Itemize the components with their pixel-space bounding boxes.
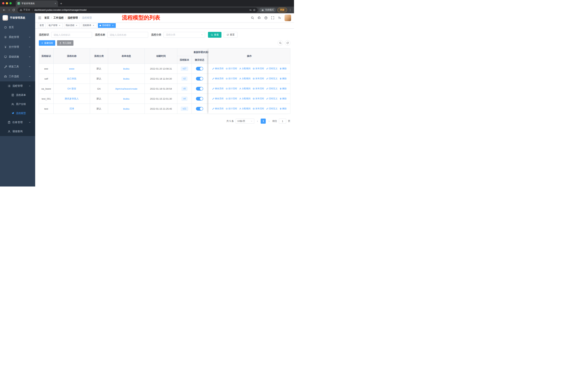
action-assign-link[interactable]: 分配规则 xyxy=(239,97,251,100)
reset-button[interactable]: 重置 xyxy=(224,32,238,38)
breadcrumb-item[interactable]: 流程管理 xyxy=(68,16,78,20)
forward-button[interactable] xyxy=(7,8,11,12)
fullscreen-icon[interactable] xyxy=(271,16,274,20)
category-select[interactable]: 流程分类 xyxy=(164,32,205,38)
update-button[interactable]: 更新 xyxy=(277,8,287,12)
sidebar-item-dev-tools[interactable]: 研发工具 xyxy=(0,62,35,71)
action-deploy-link[interactable]: 发布流程 xyxy=(253,77,264,80)
next-page-button[interactable]: › xyxy=(268,119,271,124)
font-size-icon[interactable] xyxy=(278,16,281,20)
sidebar-item-process-form[interactable]: 流程表单 xyxy=(0,91,35,100)
sidebar-item-process-manage[interactable]: 流程管理 xyxy=(0,81,35,91)
user-avatar[interactable] xyxy=(284,15,291,21)
maximize-window-button[interactable] xyxy=(10,2,12,4)
tab-process-form[interactable]: 流程表单× xyxy=(81,23,96,28)
bookmark-star-icon[interactable] xyxy=(253,9,256,11)
reload-button[interactable] xyxy=(11,8,16,12)
sidebar-item-leave-query[interactable]: 请假查询 xyxy=(0,127,35,136)
active-toggle[interactable] xyxy=(196,107,203,111)
tab-close-icon[interactable]: × xyxy=(92,24,95,27)
new-tab-button[interactable]: + xyxy=(60,2,62,5)
action-modify-link[interactable]: 修改流程 xyxy=(212,67,224,70)
tab-process-model[interactable]: 流程模型× xyxy=(98,23,116,28)
active-toggle[interactable] xyxy=(196,97,203,101)
action-delete-link[interactable]: 删除 xyxy=(280,67,287,70)
action-definition-link[interactable]: 流程定义 xyxy=(266,107,278,110)
process-name-input[interactable] xyxy=(107,32,148,38)
process-name-link[interactable]: OA 请假 xyxy=(67,87,76,90)
action-design-link[interactable]: 设计流程 xyxy=(226,107,237,110)
tab-close-icon[interactable]: × xyxy=(75,24,78,27)
sidebar-item-infrastructure[interactable]: 基础设施 xyxy=(0,52,35,62)
process-name-link[interactable]: 自己审批 xyxy=(67,77,77,80)
sidebar-item-system-manage[interactable]: 系统管理 xyxy=(0,32,35,42)
tab-close-icon[interactable]: × xyxy=(58,24,61,27)
active-toggle[interactable] xyxy=(196,87,203,91)
action-delete-link[interactable]: 删除 xyxy=(280,97,287,100)
action-definition-link[interactable]: 流程定义 xyxy=(266,77,278,80)
sidebar-toggle-button[interactable] xyxy=(35,13,44,22)
tab-close-icon[interactable]: × xyxy=(55,2,56,5)
prev-page-button[interactable]: ‹ xyxy=(256,119,259,124)
sidebar-item-user-group[interactable]: 用户分组 xyxy=(0,100,35,109)
search-button[interactable]: 搜索 xyxy=(208,32,221,38)
action-modify-link[interactable]: 修改流程 xyxy=(212,97,224,100)
import-process-button[interactable]: 导入流程 xyxy=(57,40,74,46)
tab-home[interactable]: 首页 xyxy=(38,23,46,28)
action-design-link[interactable]: 设计流程 xyxy=(226,77,237,80)
close-window-button[interactable] xyxy=(2,2,4,4)
action-delete-link[interactable]: 删除 xyxy=(280,107,287,110)
form-info-link[interactable]: biubiu xyxy=(123,67,130,70)
page-size-select[interactable]: 10条/页 xyxy=(236,119,254,124)
browser-tab[interactable]: 芋道管理系统 × xyxy=(16,0,58,7)
form-info-link[interactable]: biubiu xyxy=(123,97,130,100)
action-delete-link[interactable]: 删除 xyxy=(280,77,287,80)
sidebar-item-task-manage[interactable]: 任务管理 xyxy=(0,118,35,127)
help-icon[interactable] xyxy=(264,16,268,20)
github-icon[interactable] xyxy=(258,16,261,20)
refresh-table-button[interactable] xyxy=(285,40,290,46)
action-deploy-link[interactable]: 发布流程 xyxy=(253,67,264,70)
action-assign-link[interactable]: 分配规则 xyxy=(239,107,251,110)
action-assign-link[interactable]: 分配规则 xyxy=(239,87,251,90)
active-toggle[interactable] xyxy=(196,77,203,81)
form-info-link[interactable]: biubiu xyxy=(123,77,130,80)
page-number-button[interactable]: 1 xyxy=(261,119,266,124)
action-modify-link[interactable]: 修改流程 xyxy=(212,87,224,90)
sidebar-item-home[interactable]: 首页 xyxy=(0,22,35,32)
tab-close-icon[interactable]: × xyxy=(112,24,114,27)
process-name-link[interactable]: eeee xyxy=(69,67,74,70)
action-deploy-link[interactable]: 发布流程 xyxy=(253,107,264,110)
action-design-link[interactable]: 设计流程 xyxy=(226,87,237,90)
password-key-icon[interactable] xyxy=(249,9,252,11)
action-design-link[interactable]: 设计流程 xyxy=(226,67,237,70)
active-toggle[interactable] xyxy=(196,67,203,71)
address-bar[interactable]: 不安全 dashboard.yudao.iocoder.cn/bpm/manag… xyxy=(18,8,258,13)
back-button[interactable] xyxy=(2,8,7,12)
action-deploy-link[interactable]: 发布流程 xyxy=(253,87,264,90)
tab-tenant-manage[interactable]: 租户管理× xyxy=(47,23,63,28)
process-key-input[interactable] xyxy=(51,32,92,38)
sidebar-item-workflow[interactable]: 工作流程 xyxy=(0,71,35,81)
search-icon[interactable] xyxy=(251,16,254,20)
sidebar-item-payment-manage[interactable]: 支付管理 xyxy=(0,42,35,52)
action-deploy-link[interactable]: 发布流程 xyxy=(253,97,264,100)
action-definition-link[interactable]: 流程定义 xyxy=(266,87,278,90)
goto-page-input[interactable] xyxy=(279,119,286,124)
breadcrumb-item[interactable]: 工作流程 xyxy=(53,16,64,20)
tab-my-process[interactable]: 我的流程× xyxy=(64,23,79,28)
minimize-window-button[interactable] xyxy=(6,2,8,4)
browser-menu-button[interactable] xyxy=(288,8,292,12)
action-design-link[interactable]: 设计流程 xyxy=(226,97,237,100)
breadcrumb-item[interactable]: 首页 xyxy=(44,16,49,20)
form-info-link[interactable]: /bpm/oa/leave/create xyxy=(115,87,137,90)
action-definition-link[interactable]: 流程定义 xyxy=(266,97,278,100)
action-definition-link[interactable]: 流程定义 xyxy=(266,67,278,70)
action-assign-link[interactable]: 分配规则 xyxy=(239,77,251,80)
create-process-button[interactable]: 新建流程 xyxy=(39,40,55,46)
process-name-link[interactable]: 滔博 xyxy=(69,107,74,110)
action-delete-link[interactable]: 删除 xyxy=(280,87,287,90)
process-name-link[interactable]: 测试多审批人 xyxy=(65,97,79,100)
action-modify-link[interactable]: 修改流程 xyxy=(212,107,224,110)
form-info-link[interactable]: biubiu xyxy=(123,107,130,110)
